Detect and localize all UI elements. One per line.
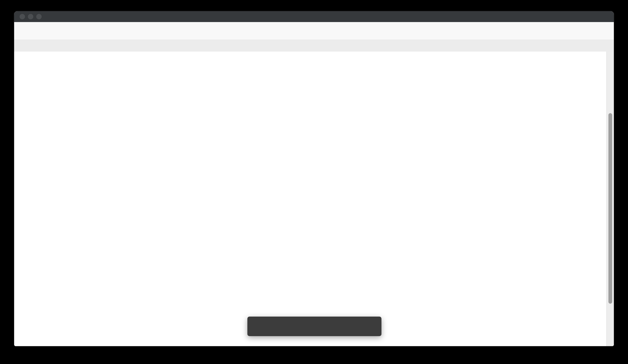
close-window-button[interactable]	[20, 14, 25, 19]
toolbar	[14, 22, 614, 40]
zoom-window-button[interactable]	[36, 14, 42, 19]
app-window	[14, 11, 614, 346]
toast-notification	[247, 317, 382, 336]
minimize-window-button[interactable]	[28, 14, 33, 19]
tab-bar	[14, 40, 614, 52]
vertical-scrollbar[interactable]	[606, 52, 614, 346]
scrollbar-thumb[interactable]	[608, 113, 612, 304]
titlebar	[14, 11, 614, 22]
screen	[0, 0, 628, 364]
events-sheet	[14, 52, 614, 346]
event-tree-gutter	[14, 52, 23, 346]
window-controls	[20, 14, 42, 19]
